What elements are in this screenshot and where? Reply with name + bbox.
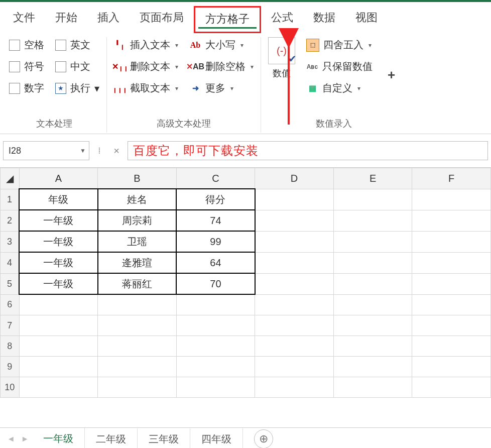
- cell[interactable]: 逄雅瑄: [98, 252, 177, 273]
- cell[interactable]: [412, 231, 491, 252]
- cell[interactable]: [333, 377, 412, 398]
- cell[interactable]: [255, 231, 334, 252]
- tab-fanggezi[interactable]: 方方格子: [194, 6, 261, 33]
- tab-data[interactable]: 数据: [303, 6, 345, 30]
- sheet-nav-prev[interactable]: ◄: [4, 434, 18, 443]
- cancel-icon[interactable]: ×: [109, 145, 124, 157]
- cell[interactable]: 蒋丽红: [98, 273, 177, 294]
- cell[interactable]: [333, 252, 412, 273]
- tab-file[interactable]: 文件: [3, 6, 45, 30]
- cell[interactable]: [333, 273, 412, 294]
- cell[interactable]: [176, 377, 255, 398]
- cell[interactable]: [98, 336, 177, 357]
- cell[interactable]: [255, 315, 334, 336]
- col-header[interactable]: C: [176, 168, 255, 189]
- add-sheet-button[interactable]: ⊕: [254, 429, 273, 448]
- cell[interactable]: [19, 357, 98, 377]
- check-chinese[interactable]: 中文: [55, 60, 99, 73]
- cell[interactable]: [412, 273, 491, 294]
- cell[interactable]: 卫瑶: [98, 231, 177, 252]
- cell[interactable]: 一年级: [19, 273, 98, 294]
- cell[interactable]: [255, 357, 334, 377]
- insert-text-button[interactable]: ╹╷插入文本▾: [114, 38, 178, 52]
- row-header[interactable]: 1: [1, 189, 20, 210]
- tab-pagelayout[interactable]: 页面布局: [130, 6, 194, 30]
- cell[interactable]: 年级: [19, 189, 98, 210]
- cell[interactable]: [412, 336, 491, 357]
- cell[interactable]: [255, 273, 334, 294]
- cell[interactable]: 一年级: [19, 252, 98, 273]
- add-button[interactable]: +: [384, 67, 399, 83]
- cell[interactable]: [255, 377, 334, 398]
- cell[interactable]: [176, 315, 255, 336]
- row-header[interactable]: 3: [1, 231, 20, 252]
- cell[interactable]: 一年级: [19, 210, 98, 231]
- cell[interactable]: 姓名: [98, 189, 177, 210]
- cell[interactable]: [412, 210, 491, 231]
- cell[interactable]: [98, 315, 177, 336]
- row-header[interactable]: 10: [1, 377, 20, 398]
- col-header[interactable]: F: [412, 168, 491, 189]
- row-header[interactable]: 2: [1, 210, 20, 231]
- select-all-corner[interactable]: ◢: [1, 168, 20, 189]
- cell[interactable]: [255, 336, 334, 357]
- check-symbol[interactable]: 符号: [9, 60, 44, 73]
- formula-bar[interactable]: 百度它，即可下载安装: [128, 141, 488, 160]
- value-big-button[interactable]: (-)✔ 数值: [268, 37, 295, 113]
- cell[interactable]: 一年级: [19, 231, 98, 252]
- sheet-tab[interactable]: 三年级: [138, 428, 190, 449]
- col-header[interactable]: B: [98, 168, 177, 189]
- more-button[interactable]: ➜更多▾: [189, 81, 254, 95]
- cell[interactable]: [98, 294, 177, 315]
- row-header[interactable]: 4: [1, 252, 20, 273]
- row-header[interactable]: 9: [1, 357, 20, 377]
- cell[interactable]: [176, 336, 255, 357]
- cell[interactable]: 74: [176, 210, 255, 231]
- cell[interactable]: [412, 189, 491, 210]
- cell[interactable]: [19, 377, 98, 398]
- cell[interactable]: [255, 210, 334, 231]
- cell[interactable]: [333, 357, 412, 377]
- cell[interactable]: [412, 377, 491, 398]
- cell[interactable]: 64: [176, 252, 255, 273]
- cell[interactable]: 70: [176, 273, 255, 294]
- cell[interactable]: [333, 210, 412, 231]
- cell[interactable]: [255, 189, 334, 210]
- col-header[interactable]: E: [333, 168, 412, 189]
- cell[interactable]: [98, 357, 177, 377]
- tab-home[interactable]: 开始: [45, 6, 87, 30]
- sheet-tab[interactable]: 四年级: [190, 428, 243, 449]
- cell[interactable]: [333, 294, 412, 315]
- check-number[interactable]: 数字: [9, 81, 44, 95]
- cell[interactable]: [333, 315, 412, 336]
- cell[interactable]: [98, 377, 177, 398]
- row-header[interactable]: 6: [1, 294, 20, 315]
- col-header[interactable]: A: [19, 168, 98, 189]
- round-button[interactable]: ⬚四舍五入▾: [306, 38, 373, 52]
- custom-button[interactable]: ▦自定义▾: [306, 81, 373, 95]
- worksheet[interactable]: ◢ A B C D E F 1年级姓名得分 2一年级周宗莉74 3一年级卫瑶99…: [0, 168, 491, 427]
- tab-formula[interactable]: 公式: [261, 6, 303, 30]
- sheet-tab[interactable]: 二年级: [85, 428, 138, 449]
- row-header[interactable]: 7: [1, 315, 20, 336]
- keep-value-button[interactable]: Aʙc只保留数值: [306, 60, 373, 73]
- delete-text-button[interactable]: ✕╷╷删除文本▾: [114, 60, 178, 73]
- cell[interactable]: [255, 294, 334, 315]
- cell[interactable]: [19, 315, 98, 336]
- tab-insert[interactable]: 插入: [87, 6, 130, 30]
- cell[interactable]: [19, 336, 98, 357]
- cell[interactable]: 得分: [176, 189, 255, 210]
- cell[interactable]: 周宗莉: [98, 210, 177, 231]
- sheet-nav-next[interactable]: ►: [18, 434, 32, 443]
- execute-button[interactable]: ★执行▾: [55, 81, 99, 95]
- extract-text-button[interactable]: ╷╷╷截取文本▾: [114, 81, 178, 95]
- col-header[interactable]: D: [255, 168, 334, 189]
- delete-space-button[interactable]: ✕AB删除空格▾: [189, 60, 254, 73]
- cell[interactable]: [333, 231, 412, 252]
- cell[interactable]: [176, 357, 255, 377]
- cell[interactable]: [412, 315, 491, 336]
- cell[interactable]: [19, 294, 98, 315]
- cell[interactable]: [176, 294, 255, 315]
- name-box[interactable]: I28▼: [3, 141, 89, 160]
- cell[interactable]: 99: [176, 231, 255, 252]
